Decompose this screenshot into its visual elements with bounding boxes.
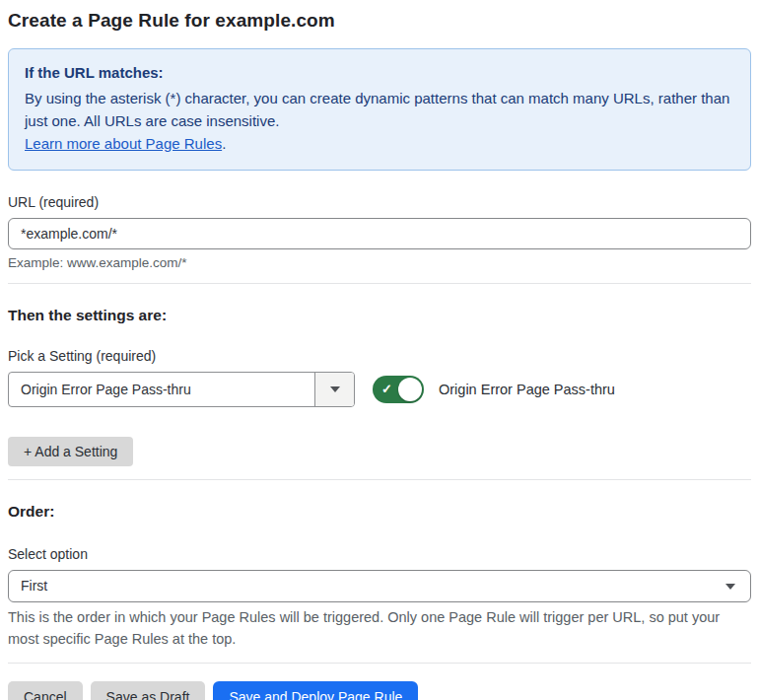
url-input[interactable]: [8, 218, 751, 249]
setting-row: Origin Error Page Pass-thru ✓ Origin Err…: [8, 372, 751, 407]
divider: [8, 663, 751, 664]
create-page-rule-form: Create a Page Rule for example.com If th…: [0, 0, 759, 700]
order-select-value: First: [9, 571, 750, 601]
setting-dropdown-arrow-button[interactable]: [314, 373, 354, 406]
url-example-helper: Example: www.example.com/*: [8, 255, 751, 270]
cancel-button[interactable]: Cancel: [8, 681, 83, 700]
setting-dropdown[interactable]: Origin Error Page Pass-thru: [8, 372, 355, 407]
chevron-down-icon: [330, 386, 340, 392]
setting-dropdown-value: Origin Error Page Pass-thru: [9, 373, 314, 406]
info-box-heading: If the URL matches:: [25, 62, 734, 85]
page-title: Create a Page Rule for example.com: [8, 10, 751, 32]
url-match-info-box: If the URL matches: By using the asteris…: [8, 48, 751, 171]
setting-toggle-label: Origin Error Page Pass-thru: [439, 382, 615, 397]
link-suffix: .: [222, 135, 226, 152]
order-select-label: Select option: [8, 546, 751, 562]
add-setting-button[interactable]: + Add a Setting: [8, 437, 133, 466]
check-icon: ✓: [381, 383, 392, 395]
url-field-label: URL (required): [8, 194, 751, 210]
divider: [8, 479, 751, 480]
order-select[interactable]: First: [8, 570, 751, 602]
save-draft-button[interactable]: Save as Draft: [91, 681, 206, 700]
save-deploy-button[interactable]: Save and Deploy Page Rule: [213, 681, 418, 700]
info-box-body: By using the asterisk (*) character, you…: [25, 88, 734, 133]
footer-actions: Cancel Save as Draft Save and Deploy Pag…: [8, 681, 751, 700]
divider: [8, 283, 751, 284]
order-section-heading: Order:: [8, 503, 751, 521]
pick-setting-label: Pick a Setting (required): [8, 348, 751, 364]
info-box-link-line: Learn more about Page Rules.: [25, 133, 734, 156]
order-helper-text: This is the order in which your Page Rul…: [8, 607, 751, 651]
setting-toggle[interactable]: ✓: [373, 376, 424, 403]
chevron-down-icon: [725, 584, 735, 590]
toggle-knob: [398, 378, 422, 401]
settings-section-heading: Then the settings are:: [8, 307, 751, 324]
learn-more-link[interactable]: Learn more about Page Rules: [25, 135, 222, 152]
